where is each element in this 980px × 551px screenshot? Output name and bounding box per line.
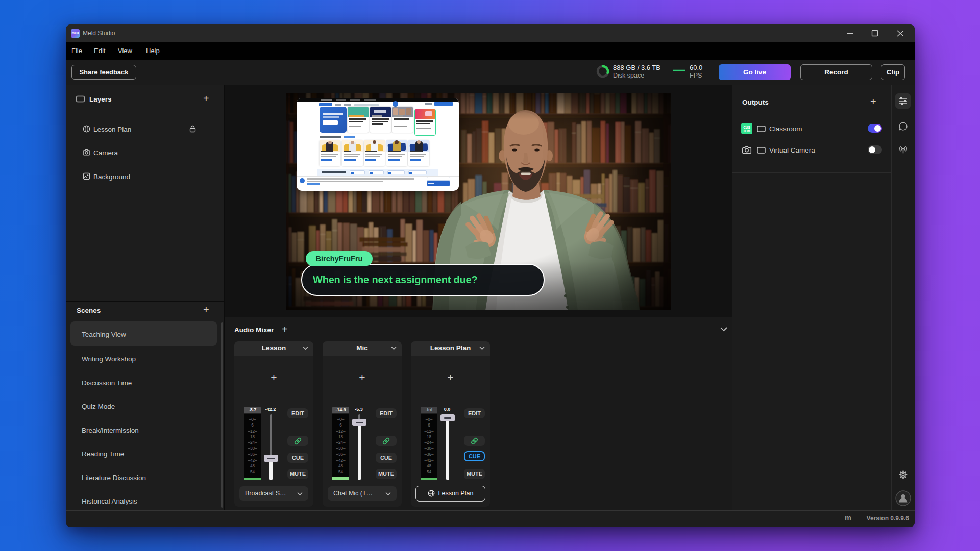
svg-text:–24–: –24– <box>424 440 434 445</box>
svg-text:–30–: –30– <box>336 446 346 451</box>
svg-text:–0–: –0– <box>337 417 345 422</box>
svg-text:–54–: –54– <box>336 470 346 474</box>
svg-text:–42–: –42– <box>336 458 346 463</box>
svg-text:–12–: –12– <box>248 429 257 434</box>
svg-text:–36–: –36– <box>336 452 346 457</box>
svg-text:–54–: –54– <box>248 470 257 474</box>
svg-text:–42–: –42– <box>424 458 434 463</box>
svg-text:–24–: –24– <box>336 440 346 445</box>
svg-text:–48–: –48– <box>424 464 434 468</box>
svg-text:–42–: –42– <box>248 458 257 463</box>
svg-text:–12–: –12– <box>424 429 434 434</box>
svg-text:–6–: –6– <box>249 423 256 428</box>
svg-text:–0–: –0– <box>426 417 433 422</box>
svg-text:–6–: –6– <box>426 423 433 428</box>
svg-text:–6–: –6– <box>337 423 345 428</box>
svg-text:–48–: –48– <box>336 464 346 468</box>
svg-text:–54–: –54– <box>424 470 434 474</box>
svg-text:–12–: –12– <box>336 429 346 434</box>
svg-text:–24–: –24– <box>248 440 257 445</box>
svg-text:–18–: –18– <box>248 435 257 439</box>
svg-text:–48–: –48– <box>248 464 257 468</box>
svg-text:–36–: –36– <box>424 452 434 457</box>
svg-text:–18–: –18– <box>424 435 434 439</box>
svg-text:–0–: –0– <box>249 417 256 422</box>
svg-text:–30–: –30– <box>424 446 434 451</box>
svg-text:–30–: –30– <box>248 446 257 451</box>
svg-text:–36–: –36– <box>248 452 257 457</box>
svg-text:–18–: –18– <box>336 435 346 439</box>
